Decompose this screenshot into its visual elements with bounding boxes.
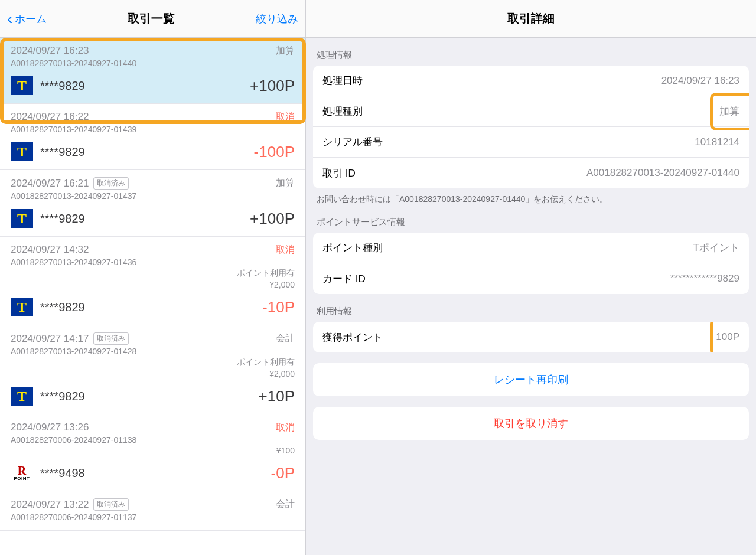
transaction-item[interactable]: 2024/09/27 13:26 取消 A001828270006-202409… [0,414,305,491]
detail-label: 処理種別 [322,105,363,118]
section-processing-header: 処理情報 [306,38,756,66]
transaction-item[interactable]: 2024/09/27 16:23 加算 A001828270013-202409… [0,38,305,104]
detail-value: Tポイント [693,241,739,254]
card-number-masked: ****9829 [40,390,85,403]
card-number-masked: ****9498 [40,466,85,480]
detail-row: ポイント種別 Tポイント [313,233,749,263]
tx-datetime: 2024/09/27 13:26 [11,422,89,433]
cancelled-tag: 取消済み [93,332,129,345]
pointservice-group: ポイント種別 Tポイント カード ID ************9829 [313,233,749,294]
section-usage-header: 利用情報 [306,294,756,322]
tx-id: A001828270013-20240927-01439 [11,125,295,134]
detail-value: A001828270013-20240927-01440 [586,167,739,179]
tx-extra-amount: ¥2,000 [11,280,295,289]
detail-body[interactable]: 処理情報 処理日時 2024/09/27 16:23 処理種別 加算 シリアル番… [306,38,756,555]
chevron-left-icon: ‹ [7,11,12,27]
transaction-item[interactable]: 2024/09/27 16:21 取消済み 加算 A001828270013-2… [0,170,305,237]
tx-datetime: 2024/09/27 16:22 [11,111,89,123]
tpoint-icon: T [11,298,33,316]
list-navbar: ‹ ホーム 取引一覧 絞り込み [0,0,305,38]
detail-row: 処理日時 2024/09/27 16:23 [313,66,749,96]
detail-value: 加算 [719,105,739,118]
transaction-detail-panel: 取引詳細 処理情報 処理日時 2024/09/27 16:23 処理種別 加算 … [306,0,756,555]
card-number-masked: ****9829 [40,79,85,93]
tx-type-label: 加算 [276,177,295,190]
tx-datetime: 2024/09/27 14:17 [11,333,89,345]
tx-datetime: 2024/09/27 14:32 [11,244,89,256]
usage-group: 獲得ポイント 100P [313,322,749,352]
tx-extra-line: ポイント利用有 [11,357,295,368]
tx-type-label: 取消 [276,111,295,123]
card-number-masked: ****9829 [40,301,85,314]
detail-row: 取引 ID A001828270013-20240927-01440 [313,158,749,188]
back-label: ホーム [15,12,47,26]
tx-type-label: 取消 [276,244,295,256]
tx-type-label: 会計 [276,498,295,511]
tx-extra-amount: ¥2,000 [11,369,295,378]
rpoint-icon: RPOINT [11,463,33,482]
points-delta: -0P [271,464,295,482]
tx-id: A001828270006-20240927-01138 [11,435,295,445]
detail-label: 取引 ID [322,166,356,180]
tpoint-icon: T [11,387,33,406]
tpoint-icon: T [11,142,33,161]
detail-title: 取引詳細 [507,11,555,27]
transaction-item[interactable]: 2024/09/27 14:17 取消済み 会計 A001828270013-2… [0,325,305,414]
tx-type-label: 取消 [276,422,295,434]
reprint-receipt-button[interactable]: レシート再印刷 [313,363,749,396]
list-title: 取引一覧 [128,11,175,27]
detail-label: シリアル番号 [322,135,383,149]
detail-row: シリアル番号 10181214 [313,127,749,158]
detail-value: ************9829 [670,273,739,285]
processing-group: 処理日時 2024/09/27 16:23 処理種別 加算 シリアル番号 101… [313,66,749,188]
cancel-transaction-button[interactable]: 取引を取り消す [313,407,749,440]
detail-row: 処理種別 加算 [313,96,749,127]
section-pointservice-header: ポイントサービス情報 [306,205,756,233]
detail-label: ポイント種別 [322,241,383,254]
tx-id: A001828270013-20240927-01437 [11,191,295,201]
points-delta: +100P [250,210,295,228]
tx-datetime: 2024/09/27 16:23 [11,45,89,57]
transaction-list[interactable]: 2024/09/27 16:23 加算 A001828270013-202409… [0,38,305,555]
points-delta: +10P [259,387,295,406]
transaction-item[interactable]: 2024/09/27 16:22 取消 A001828270013-202409… [0,104,305,170]
detail-value: 10181214 [695,136,739,148]
detail-value: 100P [716,331,739,343]
detail-row: 獲得ポイント 100P [313,322,749,352]
cancelled-tag: 取消済み [93,177,129,190]
tx-type-label: 会計 [276,332,295,345]
detail-value: 2024/09/27 16:23 [662,75,739,87]
tx-datetime: 2024/09/27 16:21 [11,178,89,190]
tx-datetime: 2024/09/27 13:22 [11,499,89,511]
tx-id: A001828270013-20240927-01428 [11,347,295,356]
detail-label: カード ID [322,272,366,286]
tx-id: A001828270013-20240927-01440 [11,58,295,68]
detail-label: 獲得ポイント [322,331,383,344]
card-number-masked: ****9829 [40,145,85,159]
points-delta: -10P [262,298,295,316]
detail-row: カード ID ************9829 [313,263,749,294]
filter-button[interactable]: 絞り込み [256,12,298,26]
detail-navbar: 取引詳細 [306,0,756,38]
card-number-masked: ****9829 [40,212,85,226]
tx-id: A001828270013-20240927-01436 [11,257,295,267]
tx-type-label: 加算 [276,45,295,57]
transaction-item[interactable]: 2024/09/27 14:32 取消 A001828270013-202409… [0,237,305,325]
tx-extra-line: ポイント利用有 [11,268,295,279]
points-delta: -100P [254,143,295,161]
points-delta: +100P [250,77,295,95]
tpoint-icon: T [11,209,33,228]
detail-label: 処理日時 [322,74,363,87]
cancelled-tag: 取消済み [93,498,129,511]
tx-id: A001828270006-20240927-01137 [11,512,295,522]
back-button[interactable]: ‹ ホーム [7,11,47,27]
transaction-list-panel: ‹ ホーム 取引一覧 絞り込み 2024/09/27 16:23 加算 A001… [0,0,306,555]
transaction-item[interactable]: 2024/09/27 13:22 取消済み 会計 A001828270006-2… [0,491,305,531]
processing-note: お問い合わせ時には「A001828270013-20240927-01440」を… [306,188,756,205]
tpoint-icon: T [11,76,33,95]
tx-extra-amount: ¥100 [11,446,295,455]
